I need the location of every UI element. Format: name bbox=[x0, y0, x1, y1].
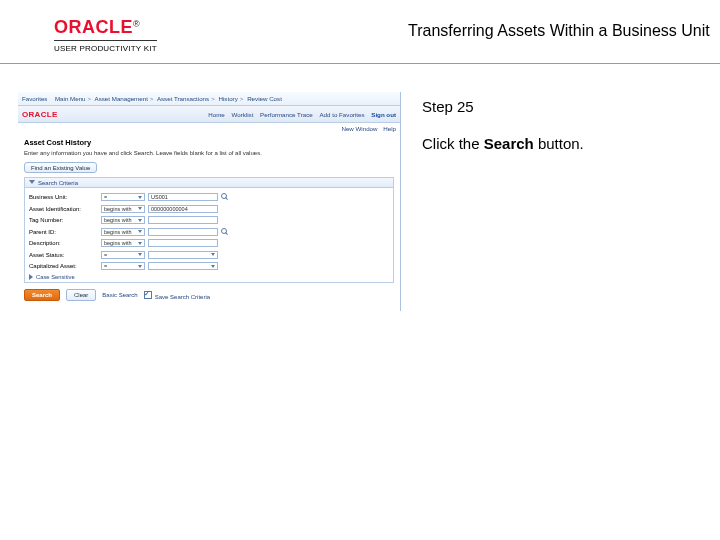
operator-select[interactable]: begins with bbox=[101, 239, 145, 247]
field-row: Asset Status: = bbox=[29, 250, 389, 260]
breadcrumb-item[interactable]: Review Cost bbox=[247, 95, 282, 102]
chevron-down-icon bbox=[138, 207, 142, 210]
instr-target: Search bbox=[484, 135, 534, 152]
field-label: Description: bbox=[29, 240, 101, 246]
app-subheader: New Window Help bbox=[18, 123, 400, 134]
chevron-down-icon bbox=[138, 253, 142, 256]
case-sensitive-row[interactable]: Case Sensitive bbox=[29, 274, 389, 280]
operator-select[interactable]: begins with bbox=[101, 216, 145, 224]
save-criteria-link[interactable]: Save Search Criteria bbox=[144, 291, 210, 300]
brand-block: ORACLE® USER PRODUCTIVITY KIT bbox=[54, 18, 157, 53]
step-instruction: Click the Search button. bbox=[422, 135, 702, 152]
field-row: Capitalized Asset: = bbox=[29, 261, 389, 271]
find-existing-tab[interactable]: Find an Existing Value bbox=[24, 162, 97, 173]
page-title: Asset Cost History bbox=[24, 138, 394, 147]
search-criteria-label: Search Criteria bbox=[38, 180, 78, 186]
breadcrumb-item[interactable]: Main Menu bbox=[55, 95, 86, 102]
chevron-down-icon bbox=[138, 265, 142, 268]
field-label: Asset Status: bbox=[29, 252, 101, 258]
search-form: Business Unit: = US001 Asset Identificat… bbox=[24, 188, 394, 283]
app-header: ORACLE Home Worklist Performance Trace A… bbox=[18, 106, 400, 123]
field-label: Asset Identification: bbox=[29, 206, 101, 212]
clear-button[interactable]: Clear bbox=[66, 289, 96, 301]
tag-number-input[interactable] bbox=[148, 216, 218, 224]
help-link[interactable]: Help bbox=[383, 125, 396, 132]
chevron-down-icon bbox=[211, 253, 215, 256]
collapse-icon bbox=[29, 180, 35, 184]
lookup-icon[interactable] bbox=[221, 228, 229, 236]
operator-select[interactable]: = bbox=[101, 193, 145, 201]
breadcrumb-item[interactable]: Asset Transactions bbox=[157, 95, 209, 102]
brand-word: ORACLE bbox=[54, 17, 133, 37]
field-row: Parent ID: begins with bbox=[29, 227, 389, 237]
cap-asset-select[interactable] bbox=[148, 262, 218, 270]
field-label: Parent ID: bbox=[29, 229, 101, 235]
add-favorites-link[interactable]: Add to Favorites bbox=[319, 111, 364, 118]
instr-suffix: button. bbox=[534, 135, 584, 152]
breadcrumb-item[interactable]: History bbox=[219, 95, 238, 102]
button-row: Search Clear Basic Search Save Search Cr… bbox=[24, 289, 394, 301]
operator-select[interactable]: = bbox=[101, 262, 145, 270]
worklist-link[interactable]: Worklist bbox=[231, 111, 253, 118]
step-label: Step 25 bbox=[422, 98, 702, 115]
save-icon bbox=[144, 291, 152, 299]
operator-select[interactable]: = bbox=[101, 251, 145, 259]
field-label: Tag Number: bbox=[29, 217, 101, 223]
brand-subtitle: USER PRODUCTIVITY KIT bbox=[54, 40, 157, 53]
field-row: Tag Number: begins with bbox=[29, 215, 389, 225]
field-row: Business Unit: = US001 bbox=[29, 192, 389, 202]
operator-select[interactable]: begins with bbox=[101, 228, 145, 236]
search-criteria-header[interactable]: Search Criteria bbox=[24, 177, 394, 188]
field-label: Business Unit: bbox=[29, 194, 101, 200]
asset-status-select[interactable] bbox=[148, 251, 218, 259]
basic-search-link[interactable]: Basic Search bbox=[102, 292, 137, 298]
perf-trace-link[interactable]: Performance Trace bbox=[260, 111, 313, 118]
chevron-down-icon bbox=[138, 219, 142, 222]
breadcrumb-item[interactable]: Favorites bbox=[22, 95, 47, 102]
chevron-down-icon bbox=[138, 230, 142, 233]
page-header: ORACLE® USER PRODUCTIVITY KIT Transferri… bbox=[0, 0, 720, 64]
case-sensitive-label: Case Sensitive bbox=[36, 274, 75, 280]
chevron-right-icon bbox=[29, 274, 33, 280]
search-button[interactable]: Search bbox=[24, 289, 60, 301]
breadcrumb: Favorites Main Menu> Asset Management> A… bbox=[18, 92, 400, 106]
field-label: Capitalized Asset: bbox=[29, 263, 101, 269]
instruction-panel: Step 25 Click the Search button. bbox=[410, 64, 720, 540]
app-header-links: Home Worklist Performance Trace Add to F… bbox=[203, 111, 396, 118]
page-note: Enter any information you have and click… bbox=[24, 150, 394, 156]
chevron-down-icon bbox=[211, 265, 215, 268]
parent-id-input[interactable] bbox=[148, 228, 218, 236]
asset-id-input[interactable]: 000000000004 bbox=[148, 205, 218, 213]
app-brand: ORACLE bbox=[22, 110, 58, 119]
lookup-icon[interactable] bbox=[221, 193, 229, 201]
brand-reg: ® bbox=[133, 19, 140, 29]
new-window-link[interactable]: New Window bbox=[341, 125, 377, 132]
business-unit-input[interactable]: US001 bbox=[148, 193, 218, 201]
breadcrumb-item[interactable]: Asset Management bbox=[95, 95, 148, 102]
app-window: Favorites Main Menu> Asset Management> A… bbox=[18, 92, 401, 311]
field-row: Asset Identification: begins with 000000… bbox=[29, 204, 389, 214]
chevron-down-icon bbox=[138, 196, 142, 199]
doc-title: Transferring Assets Within a Business Un… bbox=[408, 22, 710, 40]
chevron-down-icon bbox=[138, 242, 142, 245]
home-link[interactable]: Home bbox=[208, 111, 225, 118]
instr-prefix: Click the bbox=[422, 135, 484, 152]
app-body: Asset Cost History Enter any information… bbox=[18, 134, 400, 311]
signout-link[interactable]: Sign out bbox=[371, 111, 396, 118]
operator-select[interactable]: begins with bbox=[101, 205, 145, 213]
description-input[interactable] bbox=[148, 239, 218, 247]
screenshot-panel: Favorites Main Menu> Asset Management> A… bbox=[0, 64, 410, 540]
field-row: Description: begins with bbox=[29, 238, 389, 248]
